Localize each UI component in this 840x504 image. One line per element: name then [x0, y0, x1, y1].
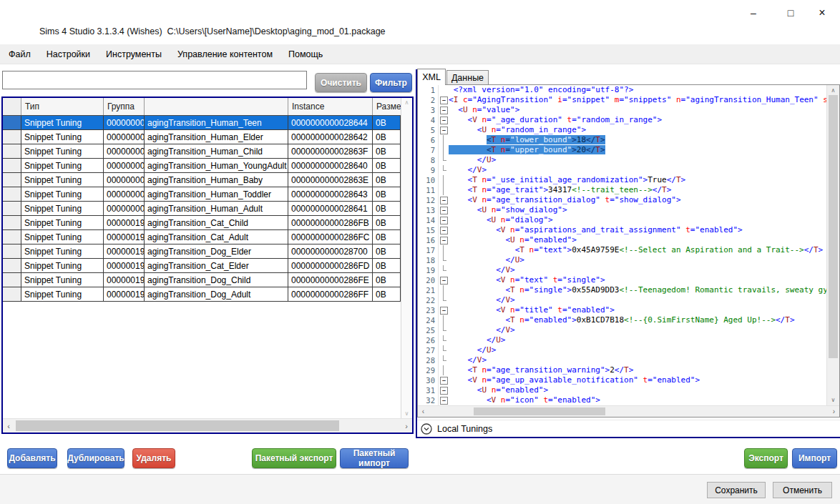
close-button[interactable]: ×	[810, 3, 834, 23]
fold-marker[interactable]	[439, 195, 449, 205]
fold-marker[interactable]	[439, 235, 449, 245]
code-line[interactable]: 5 <U n="random_in_range">	[418, 125, 826, 135]
table-row[interactable]: Snippet Tuning00000019agingTransition_Ca…	[3, 230, 401, 244]
code-line[interactable]: 32 <V n="icon" t="enabled">	[418, 395, 826, 405]
import-button[interactable]: Импорт	[792, 448, 837, 468]
maximize-button[interactable]: □	[778, 3, 803, 23]
code-line[interactable]: 1 <?xml version="1.0" encoding="utf-8"?>	[418, 85, 826, 95]
code-line[interactable]: 23 <V n="title" t="enabled">	[418, 305, 826, 315]
code-line[interactable]: 28 </V>	[418, 355, 826, 365]
hscroll-thumb[interactable]	[474, 407, 605, 415]
code-line[interactable]: 12 <V n="age_transition_dialog" t="show_…	[418, 195, 826, 205]
vscroll-thumb[interactable]	[829, 95, 838, 358]
menu-item-content-management[interactable]: Управление контентом	[170, 46, 280, 63]
code-line[interactable]: 13 <U n="show_dialog">	[418, 205, 826, 215]
code-line[interactable]: 8 </U>	[418, 155, 826, 165]
local-tunings-toggle[interactable]: Local Tunings	[417, 420, 840, 438]
tab-xml[interactable]: XML	[417, 69, 446, 85]
menu-item-tools[interactable]: Инструменты	[98, 46, 170, 63]
scroll-down-icon[interactable]: ∨	[401, 410, 412, 417]
code-line[interactable]: 17 <T n="text">0x45A9759E<!--Select an A…	[418, 245, 826, 255]
fold-marker[interactable]	[439, 385, 449, 395]
fold-marker[interactable]	[439, 95, 449, 105]
batch-import-button[interactable]: Пакетный импорт	[340, 448, 409, 468]
editor-vscrollbar[interactable]: ∧ ∨	[826, 85, 839, 405]
table-row[interactable]: Snippet Tuning00000019agingTransition_Do…	[3, 273, 401, 287]
menu-item-settings[interactable]: Настройки	[39, 46, 98, 63]
add-button[interactable]: Добавлять	[7, 448, 57, 468]
export-button[interactable]: Экспорт	[744, 448, 788, 468]
code-line[interactable]: 11 <T n="age_trait">34317<!--trait_teen-…	[418, 185, 826, 195]
code-line[interactable]: 14 <U n="dialog">	[418, 215, 826, 225]
code-line[interactable]: 6 <T n="lower_bound">18</T>	[418, 135, 826, 145]
code-line[interactable]: 7 <T n="upper_bound">20</T>	[418, 145, 826, 155]
xml-editor[interactable]: 1 <?xml version="1.0" encoding="utf-8"?>…	[417, 84, 840, 417]
fold-marker[interactable]	[439, 395, 449, 405]
code-line[interactable]: 16 <U n="enabled">	[418, 235, 826, 245]
menu-item-help[interactable]: Помощь	[280, 46, 331, 63]
code-line[interactable]: 15 <V n="aspirations_and_trait_assignmen…	[418, 225, 826, 235]
minimize-button[interactable]: –	[741, 3, 766, 23]
table-row[interactable]: Snippet Tuning00000000agingTransition_Hu…	[3, 130, 401, 144]
batch-export-button[interactable]: Пакетный экспорт	[252, 448, 336, 468]
column-header[interactable]: Размер	[373, 98, 401, 115]
code-line[interactable]: 31 <U n="enabled">	[418, 385, 826, 395]
code-line[interactable]: 10 <T n="_use_initial_age_randomization"…	[418, 175, 826, 185]
column-header[interactable]: Тип	[21, 98, 104, 115]
code-line[interactable]: 18 </U>	[418, 255, 826, 265]
code-line[interactable]: 4 <V n="_age_duration" t="random_in_rang…	[418, 115, 826, 125]
table-vscrollbar[interactable]: ∧ ∨	[401, 98, 412, 418]
code-line[interactable]: 19 </V>	[418, 265, 826, 275]
table-row[interactable]: Snippet Tuning00000019agingTransition_Do…	[3, 244, 401, 259]
code-line[interactable]: 24 <T n="enabled">0xB1CD7B18<!--{0.SimFi…	[418, 315, 826, 325]
code-line[interactable]: 30 <V n="age_up_available_notification" …	[418, 375, 826, 385]
menu-item-file[interactable]: Файл	[1, 46, 39, 63]
fold-marker[interactable]	[439, 125, 449, 135]
code-line[interactable]: 20 <V n="text" t="single">	[418, 275, 826, 285]
table-row[interactable]: Snippet Tuning00000000agingTransition_Hu…	[3, 202, 401, 216]
code-line[interactable]: 22 </V>	[418, 295, 826, 305]
fold-marker[interactable]	[439, 215, 449, 225]
scroll-left-icon[interactable]: ‹	[418, 406, 429, 417]
search-input[interactable]	[2, 71, 307, 89]
scroll-left-icon[interactable]: ‹	[3, 419, 14, 433]
table-row[interactable]: Snippet Tuning00000000agingTransition_Hu…	[3, 187, 401, 202]
save-button[interactable]: Сохранить	[707, 482, 766, 498]
table-row[interactable]: Snippet Tuning00000019agingTransition_Do…	[3, 287, 401, 302]
duplicate-button[interactable]: Дублировать	[67, 448, 124, 468]
hscroll-thumb[interactable]	[16, 420, 339, 431]
tab-data[interactable]: Данные	[446, 70, 489, 85]
code-line[interactable]: 21 <T n="single">0x55AD9DD3<!--Teenagedo…	[418, 285, 826, 295]
table-row[interactable]: Snippet Tuning00000019agingTransition_Ca…	[3, 259, 401, 273]
table-row[interactable]: Snippet Tuning00000019agingTransition_Ca…	[3, 216, 401, 230]
column-header[interactable]: Instance	[288, 98, 373, 115]
fold-marker[interactable]	[439, 225, 449, 235]
scroll-down-icon[interactable]: ∨	[827, 397, 839, 403]
column-header[interactable]: Группа	[104, 98, 145, 115]
table-row[interactable]: Snippet Tuning00000000agingTransition_Hu…	[3, 116, 401, 130]
table-row[interactable]: Snippet Tuning00000000agingTransition_Hu…	[3, 159, 401, 173]
scroll-up-icon[interactable]: ∧	[827, 87, 839, 94]
table-hscrollbar[interactable]: ‹ ›	[3, 418, 412, 433]
code-line[interactable]: 27 </U>	[418, 345, 826, 355]
scroll-up-icon[interactable]: ∧	[401, 99, 412, 106]
scroll-right-icon[interactable]: ›	[401, 419, 412, 433]
table-row[interactable]: Snippet Tuning00000000agingTransition_Hu…	[3, 173, 401, 187]
delete-button[interactable]: Удалять	[132, 448, 175, 468]
fold-marker[interactable]	[439, 375, 449, 385]
code-line[interactable]: 25 </V>	[418, 325, 826, 335]
editor-hscrollbar[interactable]: ‹ ›	[418, 405, 839, 417]
fold-marker[interactable]	[439, 115, 449, 125]
column-header[interactable]	[145, 98, 288, 115]
scroll-right-icon[interactable]: ›	[829, 406, 839, 417]
table-row[interactable]: Snippet Tuning00000000agingTransition_Hu…	[3, 144, 401, 159]
fold-marker[interactable]	[439, 105, 449, 115]
code-line[interactable]: 26 </U>	[418, 335, 826, 345]
code-line[interactable]: 29 <T n="age_transition_warning">2</T>	[418, 365, 826, 375]
code-line[interactable]: 9 </V>	[418, 165, 826, 175]
filter-button[interactable]: Фильтр	[370, 73, 412, 92]
fold-marker[interactable]	[439, 205, 449, 215]
code-line[interactable]: 3 <U n="value">	[418, 105, 826, 115]
cancel-button[interactable]: Отменить	[773, 482, 832, 498]
fold-marker[interactable]	[439, 305, 449, 315]
